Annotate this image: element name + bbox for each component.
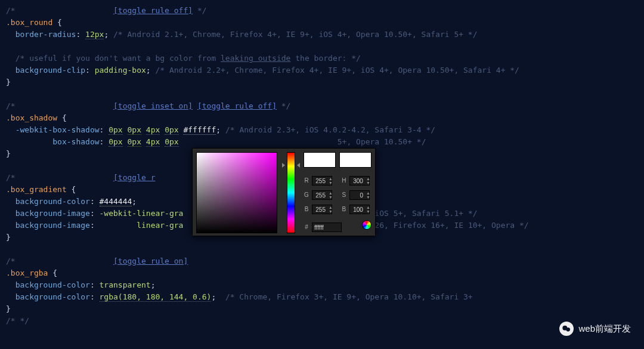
comment-line: /* [toggle rule on]	[6, 255, 638, 267]
toggle-rule-on[interactable]: [toggle rule on]	[113, 257, 188, 265]
wechat-icon	[559, 322, 574, 336]
spinner-icon[interactable]: ▲▼	[329, 191, 333, 199]
decl-line: -webkit-box-shadow: 0px 0px 4px 0px #fff…	[6, 124, 638, 136]
watermark-text: web前端开发	[578, 323, 631, 335]
value-editable[interactable]: 0px	[165, 125, 178, 135]
spinner-icon[interactable]: ▲▼	[329, 177, 333, 185]
toggle-rule[interactable]: [toggle r	[113, 173, 155, 182]
value-editable[interactable]: 4px	[146, 137, 160, 147]
watermark: web前端开发	[559, 322, 631, 336]
rgb-hsb-row: R ▲▼ H ▲▼	[304, 175, 370, 187]
spinner-icon[interactable]: ▲▼	[366, 191, 370, 199]
value-editable[interactable]: 12px	[85, 30, 104, 39]
value-color[interactable]: #ffffff	[183, 125, 216, 135]
label-g: G	[304, 189, 309, 201]
label-r: R	[304, 175, 309, 187]
value-editable[interactable]: 0px	[128, 125, 141, 135]
value-editable[interactable]: 4px	[146, 125, 160, 135]
value-color[interactable]: rgba(180, 180, 144, 0.6)	[100, 292, 212, 302]
rgb-hsb-row: G ▲▼ S ▲▼	[304, 189, 370, 201]
selector-line: .box_round {	[6, 17, 638, 29]
rgb-hsb-row: B ▲▼ B ▲▼	[304, 203, 370, 215]
decl-line: background-color: rgba(180, 180, 144, 0.…	[6, 291, 638, 303]
decl-line: background-color: transparent;	[6, 279, 638, 291]
decl-line: background-clip: padding-box; /* Android…	[6, 64, 638, 76]
value-editable[interactable]: 0px	[109, 125, 122, 135]
old-color-swatch	[339, 152, 371, 168]
decl-line: box-shadow: 0px 0px 4px 0px 5+, Opera 10…	[6, 136, 638, 148]
toggle-rule-off[interactable]: [toggle rule off]	[113, 6, 193, 15]
spinner-icon[interactable]: ▲▼	[366, 177, 370, 185]
hex-row: #	[304, 221, 342, 233]
spinner-icon[interactable]: ▲▼	[329, 205, 333, 214]
label-v: B	[341, 203, 347, 215]
comment-line: /* [toggle rule off] */	[6, 5, 638, 17]
comment-line: /* useful if you don't want a bg color f…	[6, 52, 638, 64]
value-color[interactable]: #444444	[100, 197, 132, 206]
selector-line: .box_rgba {	[6, 267, 638, 279]
value-editable[interactable]: 0px	[165, 137, 178, 147]
toggle-rule-off[interactable]: [toggle rule off]	[197, 101, 277, 110]
label-b: B	[304, 203, 309, 215]
decl-line: border-radius: 12px; /* Android 2.1+, Ch…	[6, 29, 638, 41]
comment-link[interactable]: leaking outside	[221, 54, 290, 63]
label-h: H	[341, 175, 347, 187]
value-editable[interactable]: padding-box	[95, 66, 146, 75]
hue-arrow-icon	[297, 163, 300, 168]
hue-slider[interactable]	[287, 152, 295, 233]
color-wheel-icon[interactable]	[362, 220, 371, 230]
value-editable[interactable]: 0px	[109, 137, 122, 147]
new-color-swatch	[304, 152, 336, 168]
toggle-inset-on[interactable]: [toggle inset on]	[113, 101, 193, 110]
value-editable[interactable]: 0px	[128, 137, 141, 147]
spinner-icon[interactable]: ▲▼	[366, 205, 370, 214]
label-hash: #	[304, 221, 309, 233]
selector-line: .box_shadow {	[6, 112, 638, 124]
sv-field[interactable]	[196, 152, 277, 233]
hue-arrow-icon	[282, 163, 285, 168]
svg-point-1	[566, 328, 571, 332]
color-picker[interactable]: R ▲▼ H ▲▼ G ▲▼ S ▲▼ B ▲▼ B ▲▼ #	[192, 148, 376, 236]
label-s: S	[341, 189, 347, 201]
comment-line: /* [toggle inset on] [toggle rule off] *…	[6, 100, 638, 112]
input-hex[interactable]	[312, 223, 342, 232]
